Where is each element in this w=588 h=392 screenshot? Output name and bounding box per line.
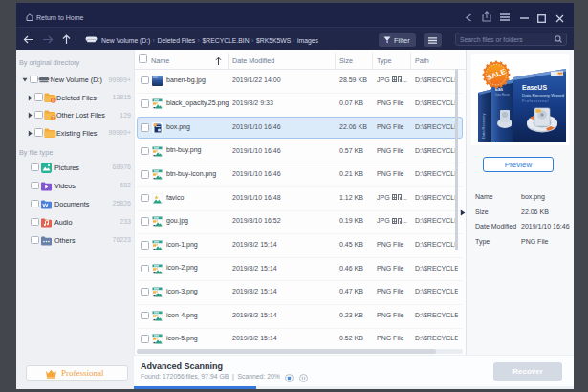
svg-text:EaseUS: EaseUS [522,84,547,91]
svg-text:P r o f e s s i o n a l: P r o f e s s i o n a l [522,99,549,103]
svg-text:Data Recovery Wizard: Data Recovery Wizard [522,93,564,98]
svg-text:?: ? [52,115,54,120]
svg-text:Data Recov: Data Recov [495,93,510,97]
svg-text:Data Recovery: Data Recovery [481,114,486,139]
